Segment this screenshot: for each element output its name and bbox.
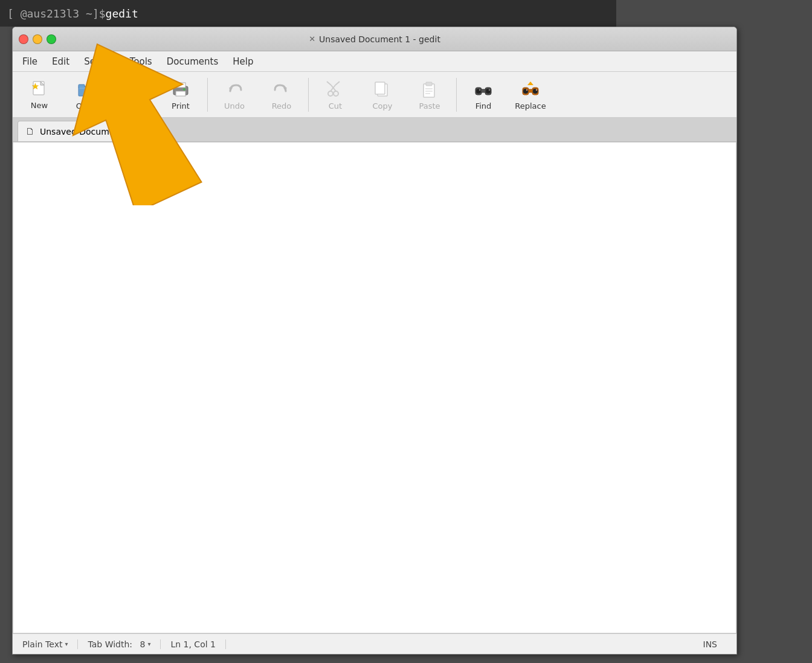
open-icon: [76, 78, 97, 100]
menu-file[interactable]: File: [15, 54, 45, 69]
replace-icon: [520, 78, 541, 100]
svg-rect-25: [426, 82, 432, 86]
language-section: Plain Text ▾: [22, 639, 78, 649]
window-title: Unsaved Document 1 - gedit: [319, 34, 440, 44]
separator-1: [207, 78, 208, 112]
tab-doc-icon: 🗋: [25, 126, 35, 137]
copy-label: Copy: [373, 101, 393, 110]
save-label: Save: [124, 101, 143, 110]
terminal-command: gedit: [106, 7, 138, 20]
tab-bar: 🗋 Unsaved Document 1 ✕: [13, 118, 736, 142]
copy-icon: [372, 78, 393, 100]
svg-point-16: [328, 91, 333, 96]
cursor-position: Ln 1, Col 1: [170, 639, 216, 649]
svg-point-41: [526, 89, 527, 91]
maximize-button[interactable]: [47, 34, 56, 44]
menu-tools[interactable]: Tools: [123, 54, 160, 69]
mode-section: INS: [694, 639, 727, 649]
svg-rect-23: [375, 82, 385, 94]
tab-width-section: Tab Width: 8 ▾: [78, 639, 161, 649]
svg-rect-6: [126, 85, 139, 96]
menu-search[interactable]: Search: [77, 54, 123, 69]
svg-rect-9: [138, 80, 140, 85]
document-tab[interactable]: 🗋 Unsaved Document 1 ✕: [18, 121, 155, 141]
svg-point-13: [183, 88, 185, 91]
undo-button: Undo: [211, 74, 257, 115]
separator-3: [456, 78, 457, 112]
open-button[interactable]: Open: [63, 74, 109, 115]
svg-line-20: [335, 82, 340, 85]
menu-edit[interactable]: Edit: [45, 54, 77, 69]
minimize-button[interactable]: [33, 34, 42, 44]
svg-rect-38: [528, 89, 533, 92]
redo-button: Redo: [259, 74, 304, 115]
replace-label: Replace: [515, 101, 546, 110]
svg-rect-11: [176, 83, 185, 88]
editor-textarea[interactable]: [13, 143, 736, 633]
position-section: Ln 1, Col 1: [161, 639, 226, 649]
language-chevron-icon: ▾: [65, 641, 68, 647]
gedit-window: ✕ Unsaved Document 1 - gedit File Edit S…: [12, 27, 737, 655]
tab-label: Unsaved Document 1: [40, 127, 131, 136]
find-icon: [472, 78, 494, 100]
title-bar: ✕ Unsaved Document 1 - gedit: [13, 27, 736, 51]
paste-button: Paste: [407, 74, 453, 115]
new-icon: [29, 79, 50, 100]
redo-label: Redo: [272, 101, 292, 110]
menu-bar: File Edit Search Tools Documents Help: [13, 51, 736, 72]
find-button[interactable]: Find: [460, 74, 506, 115]
toolbar: New Open: [13, 72, 736, 118]
replace-button[interactable]: Replace: [507, 74, 553, 115]
tab-close-button[interactable]: ✕: [136, 126, 147, 137]
print-label: Print: [172, 101, 190, 110]
redo-icon: [271, 78, 292, 100]
paste-label: Paste: [419, 101, 440, 110]
open-label: Open: [76, 101, 97, 110]
svg-line-21: [327, 82, 331, 85]
cut-button: Cut: [312, 74, 358, 115]
copy-button: Copy: [359, 74, 405, 115]
save-button[interactable]: Save: [111, 74, 156, 115]
print-icon: [170, 78, 192, 100]
editor-area[interactable]: [13, 142, 736, 633]
svg-rect-5: [79, 87, 94, 89]
separator-2: [308, 78, 309, 112]
language-label: Plain Text: [22, 639, 62, 649]
editor-mode: INS: [703, 639, 718, 649]
undo-label: Undo: [224, 101, 245, 110]
svg-marker-43: [527, 82, 533, 85]
svg-point-34: [479, 89, 480, 91]
terminal-bar: [ @aus213l3 ~]$ gedit: [0, 0, 616, 27]
tab-width-dropdown[interactable]: Tab Width: 8 ▾: [88, 639, 150, 649]
title-bar-text: ✕ Unsaved Document 1 - gedit: [309, 34, 440, 44]
tab-width-label: Tab Width:: [88, 639, 132, 649]
menu-help[interactable]: Help: [225, 54, 260, 69]
terminal-prompt: [ @aus213l3 ~]$: [7, 7, 106, 20]
tab-width-value: 8: [140, 639, 145, 649]
print-button[interactable]: Print: [158, 74, 204, 115]
language-dropdown[interactable]: Plain Text ▾: [22, 639, 68, 649]
svg-point-35: [489, 89, 490, 91]
svg-rect-12: [176, 91, 185, 96]
svg-point-42: [536, 89, 537, 91]
close-button[interactable]: [19, 34, 28, 44]
cut-icon: [324, 78, 346, 100]
find-label: Find: [475, 101, 492, 110]
tab-width-chevron-icon: ▾: [147, 641, 150, 647]
window-controls: [19, 34, 56, 44]
title-icon: ✕: [309, 34, 315, 43]
paste-icon: [419, 78, 440, 100]
cut-label: Cut: [329, 101, 342, 110]
status-bar: Plain Text ▾ Tab Width: 8 ▾ Ln 1, Col 1 …: [13, 633, 736, 654]
svg-point-17: [334, 91, 338, 96]
svg-rect-31: [481, 89, 486, 92]
new-label: New: [31, 101, 48, 110]
save-icon: [123, 78, 144, 100]
undo-icon: [224, 78, 245, 100]
menu-documents[interactable]: Documents: [160, 54, 226, 69]
new-button[interactable]: New: [16, 74, 62, 115]
svg-rect-7: [126, 83, 132, 86]
